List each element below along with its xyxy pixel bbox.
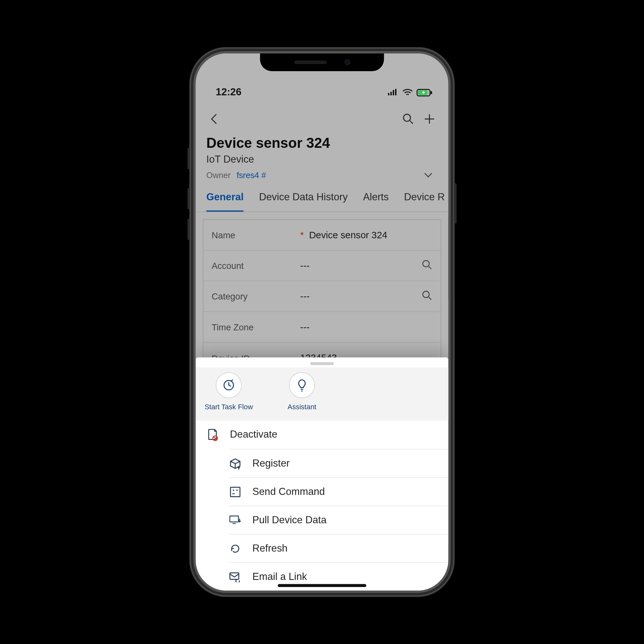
svg-rect-11 — [230, 516, 239, 522]
deactivate-icon — [206, 428, 219, 441]
search-icon — [402, 113, 414, 125]
field-account[interactable]: Account --- — [204, 251, 441, 281]
action-pull-device-data-label: Pull Device Data — [252, 514, 327, 526]
phone-frame: 12:26 — [190, 48, 454, 597]
field-account-label: Account — [212, 260, 300, 270]
lookup-icon[interactable] — [422, 259, 432, 272]
nav-bar — [196, 105, 449, 132]
wifi-icon — [402, 89, 413, 96]
search-button[interactable] — [398, 108, 419, 129]
page-title: Device sensor 324 — [206, 135, 438, 151]
owner-label: Owner — [206, 170, 231, 180]
plus-icon — [423, 113, 435, 125]
field-category[interactable]: Category --- — [204, 281, 441, 312]
action-refresh[interactable]: Refresh — [229, 534, 448, 562]
field-account-value: --- — [300, 260, 422, 271]
action-register[interactable]: Register — [229, 449, 448, 477]
action-email-link-label: Email a Link — [252, 571, 307, 583]
tab-device-r[interactable]: Device R — [404, 192, 445, 212]
svg-point-3 — [403, 114, 411, 121]
page-subtitle: IoT Device — [206, 154, 438, 166]
send-command-icon — [229, 486, 241, 498]
cellular-icon — [387, 89, 399, 96]
status-time: 12:26 — [216, 87, 241, 99]
quick-assistant-label: Assistant — [288, 403, 316, 411]
sheet-grabber[interactable] — [310, 362, 334, 365]
action-sheet: Start Task Flow Assistant Deactivate Reg — [196, 357, 449, 591]
field-category-value: --- — [300, 291, 422, 302]
tab-general[interactable]: General — [206, 192, 244, 212]
add-button[interactable] — [419, 108, 440, 129]
tab-device-data-history[interactable]: Device Data History — [259, 192, 347, 212]
field-name-value: Device sensor 324 — [309, 230, 432, 240]
quick-start-task-flow[interactable]: Start Task Flow — [203, 372, 255, 411]
phone-notch — [260, 53, 384, 71]
pull-device-data-icon — [229, 514, 241, 526]
action-send-command[interactable]: Send Command — [229, 477, 448, 506]
action-register-label: Register — [252, 458, 290, 469]
action-refresh-label: Refresh — [252, 543, 288, 554]
home-indicator[interactable] — [278, 584, 366, 587]
svg-point-9 — [233, 489, 234, 490]
field-name[interactable]: Name * Device sensor 324 — [204, 220, 441, 251]
svg-point-10 — [236, 489, 238, 490]
register-icon — [229, 457, 241, 470]
tab-alerts[interactable]: Alerts — [363, 192, 389, 212]
task-flow-icon — [222, 379, 235, 392]
owner-row[interactable]: Owner fsres4 # — [206, 170, 438, 180]
required-indicator: * — [300, 230, 304, 240]
field-timezone-label: Time Zone — [212, 322, 300, 332]
svg-rect-12 — [230, 573, 239, 579]
lookup-icon[interactable] — [422, 290, 432, 303]
field-category-label: Category — [212, 291, 300, 301]
svg-point-5 — [423, 291, 429, 297]
svg-rect-1 — [431, 91, 432, 94]
tab-bar: General Device Data History Alerts Devic… — [196, 186, 449, 212]
action-list: Deactivate Register Send Command Pull De… — [196, 421, 449, 591]
field-timezone-value: --- — [300, 322, 432, 332]
email-link-icon — [229, 571, 241, 582]
phone-screen: 12:26 — [196, 53, 449, 591]
svg-rect-8 — [231, 487, 240, 496]
status-bar: 12:26 — [196, 80, 449, 106]
status-indicators — [387, 89, 433, 96]
quick-actions-row: Start Task Flow Assistant — [196, 367, 449, 421]
quick-assistant[interactable]: Assistant — [276, 372, 328, 411]
battery-charging-icon — [416, 89, 433, 96]
action-send-command-label: Send Command — [252, 486, 325, 498]
action-pull-device-data[interactable]: Pull Device Data — [229, 506, 448, 534]
back-button[interactable] — [204, 108, 225, 129]
form-general: Name * Device sensor 324 Account --- Cat… — [203, 219, 441, 374]
quick-start-task-flow-label: Start Task Flow — [204, 403, 253, 411]
chevron-down-icon — [423, 170, 438, 180]
owner-value: fsres4 # — [237, 170, 266, 180]
action-deactivate-label: Deactivate — [230, 429, 277, 441]
lightbulb-icon — [296, 379, 308, 392]
action-deactivate[interactable]: Deactivate — [206, 421, 449, 449]
field-name-label: Name — [212, 230, 235, 240]
chevron-left-icon — [210, 113, 219, 125]
field-timezone[interactable]: Time Zone --- — [204, 312, 441, 343]
refresh-icon — [229, 543, 241, 554]
svg-point-4 — [423, 260, 429, 267]
